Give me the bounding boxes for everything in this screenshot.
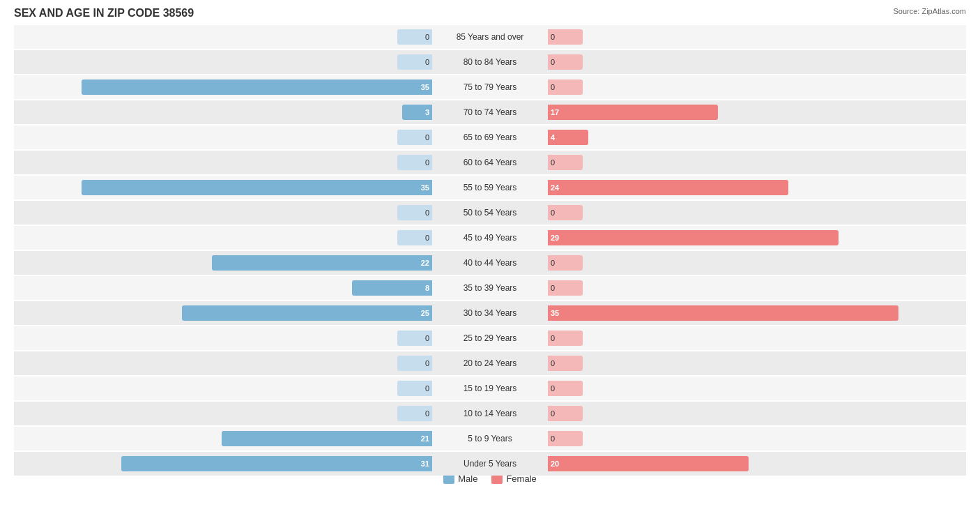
left-section: 3 bbox=[14, 100, 432, 124]
age-label: 75 to 79 Years bbox=[432, 82, 548, 92]
right-section: 0 bbox=[548, 75, 966, 99]
bar-male bbox=[121, 456, 432, 471]
bar-male bbox=[222, 431, 432, 446]
right-section: 0 bbox=[548, 351, 966, 375]
table-row: 0 45 to 49 Years 29 bbox=[14, 226, 966, 250]
left-section: 0 bbox=[14, 201, 432, 225]
right-section: 0 bbox=[548, 326, 966, 350]
bar-male bbox=[212, 255, 432, 271]
left-section: 0 bbox=[14, 402, 432, 425]
right-section: 17 bbox=[548, 100, 966, 124]
right-section: 0 bbox=[548, 201, 966, 225]
age-label: 65 to 69 Years bbox=[432, 132, 548, 142]
table-row: 0 60 to 64 Years 0 bbox=[14, 151, 966, 174]
right-section: 0 bbox=[548, 402, 966, 425]
left-section: 25 bbox=[14, 301, 432, 325]
table-row: 25 30 to 34 Years 35 bbox=[14, 301, 966, 325]
table-row: 0 10 to 14 Years 0 bbox=[14, 402, 966, 425]
age-label: 50 to 54 Years bbox=[432, 208, 548, 218]
left-section: 0 bbox=[14, 377, 432, 400]
source-label: Source: ZipAtlas.com bbox=[893, 7, 966, 15]
right-section: 0 bbox=[548, 251, 966, 275]
bar-female bbox=[548, 105, 718, 120]
table-row: 35 75 to 79 Years 0 bbox=[14, 75, 966, 99]
left-section: 0 bbox=[14, 351, 432, 375]
left-section: 35 bbox=[14, 75, 432, 99]
right-section: 0 bbox=[548, 151, 966, 174]
rows-wrapper: 0 85 Years and over 0 0 80 to 84 Years 0… bbox=[14, 25, 966, 476]
age-label: 15 to 19 Years bbox=[432, 384, 548, 393]
left-section: 0 bbox=[14, 326, 432, 350]
left-section: 0 bbox=[14, 226, 432, 250]
left-section: 31 bbox=[14, 452, 432, 476]
table-row: 0 15 to 19 Years 0 bbox=[14, 377, 966, 400]
age-label: 80 to 84 Years bbox=[432, 57, 548, 67]
left-section: 22 bbox=[14, 251, 432, 275]
right-section: 0 bbox=[548, 276, 966, 300]
table-row: 8 35 to 39 Years 0 bbox=[14, 276, 966, 300]
right-section: 0 bbox=[548, 377, 966, 400]
left-section: 0 bbox=[14, 50, 432, 74]
chart-title: SEX AND AGE IN ZIP CODE 38569 bbox=[14, 7, 966, 20]
bar-male bbox=[82, 79, 432, 95]
right-section: 4 bbox=[548, 126, 966, 149]
table-row: 0 50 to 54 Years 0 bbox=[14, 201, 966, 225]
table-row: 0 85 Years and over 0 bbox=[14, 25, 966, 49]
left-section: 0 bbox=[14, 126, 432, 149]
age-label: 45 to 49 Years bbox=[432, 233, 548, 243]
left-section: 21 bbox=[14, 427, 432, 450]
age-label: 40 to 44 Years bbox=[432, 258, 548, 268]
left-section: 8 bbox=[14, 276, 432, 300]
bar-female bbox=[548, 230, 839, 245]
chart-container: SEX AND AGE IN ZIP CODE 38569 Source: Zi… bbox=[0, 0, 980, 516]
right-section: 24 bbox=[548, 176, 966, 199]
table-row: 0 20 to 24 Years 0 bbox=[14, 351, 966, 375]
bar-female bbox=[548, 305, 898, 321]
chart-area: 0 85 Years and over 0 0 80 to 84 Years 0… bbox=[14, 25, 966, 464]
age-label: 5 to 9 Years bbox=[432, 434, 548, 443]
right-section: 0 bbox=[548, 50, 966, 74]
table-row: 0 65 to 69 Years 4 bbox=[14, 126, 966, 149]
right-section: 20 bbox=[548, 452, 966, 476]
bar-male bbox=[82, 180, 432, 195]
table-row: 21 5 to 9 Years 0 bbox=[14, 427, 966, 450]
age-label: 55 to 59 Years bbox=[432, 183, 548, 192]
table-row: 0 25 to 29 Years 0 bbox=[14, 326, 966, 350]
age-label: 60 to 64 Years bbox=[432, 158, 548, 167]
left-section: 0 bbox=[14, 25, 432, 49]
right-section: 35 bbox=[548, 301, 966, 325]
right-section: 0 bbox=[548, 25, 966, 49]
right-section: 0 bbox=[548, 427, 966, 450]
table-row: 3 70 to 74 Years 17 bbox=[14, 100, 966, 124]
bar-male bbox=[352, 280, 432, 296]
age-label: 20 to 24 Years bbox=[432, 358, 548, 368]
table-row: 35 55 to 59 Years 24 bbox=[14, 176, 966, 199]
table-row: 22 40 to 44 Years 0 bbox=[14, 251, 966, 275]
age-label: Under 5 Years bbox=[432, 459, 548, 469]
table-row: 31 Under 5 Years 20 bbox=[14, 452, 966, 476]
bar-female bbox=[548, 180, 788, 195]
age-label: 25 to 29 Years bbox=[432, 333, 548, 343]
age-label: 35 to 39 Years bbox=[432, 283, 548, 293]
age-label: 10 to 14 Years bbox=[432, 409, 548, 418]
left-section: 0 bbox=[14, 151, 432, 174]
right-section: 29 bbox=[548, 226, 966, 250]
table-row: 0 80 to 84 Years 0 bbox=[14, 50, 966, 74]
age-label: 70 to 74 Years bbox=[432, 107, 548, 117]
left-section: 35 bbox=[14, 176, 432, 199]
bar-female bbox=[548, 456, 749, 471]
bar-male bbox=[182, 305, 432, 321]
age-label: 30 to 34 Years bbox=[432, 308, 548, 318]
age-label: 85 Years and over bbox=[432, 32, 548, 42]
